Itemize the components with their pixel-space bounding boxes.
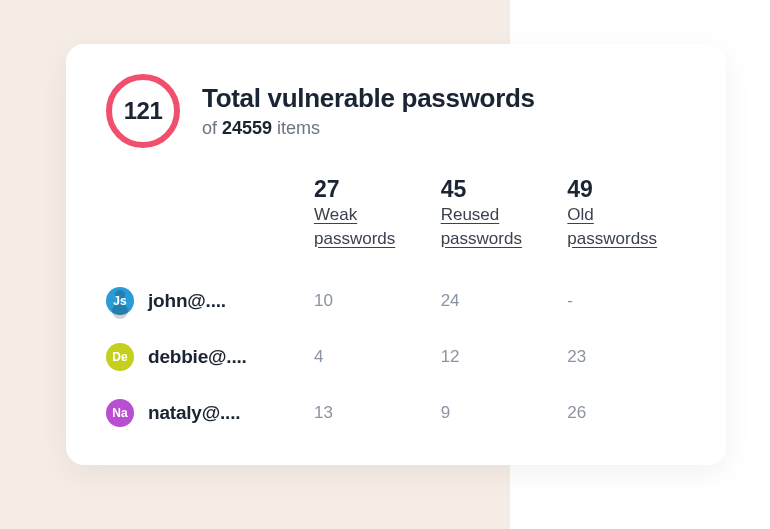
reused-passwords-link[interactable]: Reused passwords (441, 203, 551, 251)
total-count-value: 121 (124, 97, 163, 125)
cell-reused: 24 (441, 273, 560, 329)
weak-passwords-link[interactable]: Weak passwords (314, 203, 424, 251)
reused-count: 45 (441, 176, 560, 203)
cell-reused: 12 (441, 329, 560, 385)
cell-weak: 10 (314, 273, 433, 329)
user-row[interactable]: Na nataly@.... (106, 385, 306, 441)
weak-count: 27 (314, 176, 433, 203)
avatar-initials: Na (112, 406, 127, 420)
user-email: john@.... (148, 290, 226, 312)
avatar: Na (106, 399, 134, 427)
user-row[interactable]: Js john@.... (106, 273, 306, 329)
user-row[interactable]: De debbie@.... (106, 329, 306, 385)
summary-total-items: 24559 (222, 118, 272, 138)
old-count: 49 (567, 176, 686, 203)
total-count-ring: 121 (106, 74, 180, 148)
cell-weak: 13 (314, 385, 433, 441)
avatar-initials: Js (113, 294, 126, 308)
avatar-initials: De (112, 350, 127, 364)
cell-reused: 9 (441, 385, 560, 441)
vulnerable-passwords-card: 121 Total vulnerable passwords of 24559 … (66, 44, 726, 465)
cell-old: 26 (567, 385, 686, 441)
column-header-reused: 45 Reused passwords (441, 176, 560, 273)
summary-header: 121 Total vulnerable passwords of 24559 … (106, 74, 686, 148)
column-header-old: 49 Old passwordss (567, 176, 686, 273)
cell-old: 23 (567, 329, 686, 385)
user-email: debbie@.... (148, 346, 247, 368)
user-email: nataly@.... (148, 402, 240, 424)
password-stats-grid: 27 Weak passwords 45 Reused passwords 49… (106, 176, 686, 441)
summary-subtitle: of 24559 items (202, 118, 535, 139)
avatar: Js (106, 287, 134, 315)
summary-text: Total vulnerable passwords of 24559 item… (202, 83, 535, 139)
cell-old: - (567, 273, 686, 329)
cell-weak: 4 (314, 329, 433, 385)
summary-title: Total vulnerable passwords (202, 83, 535, 114)
old-passwords-link[interactable]: Old passwordss (567, 203, 677, 251)
column-header-weak: 27 Weak passwords (314, 176, 433, 273)
avatar: De (106, 343, 134, 371)
